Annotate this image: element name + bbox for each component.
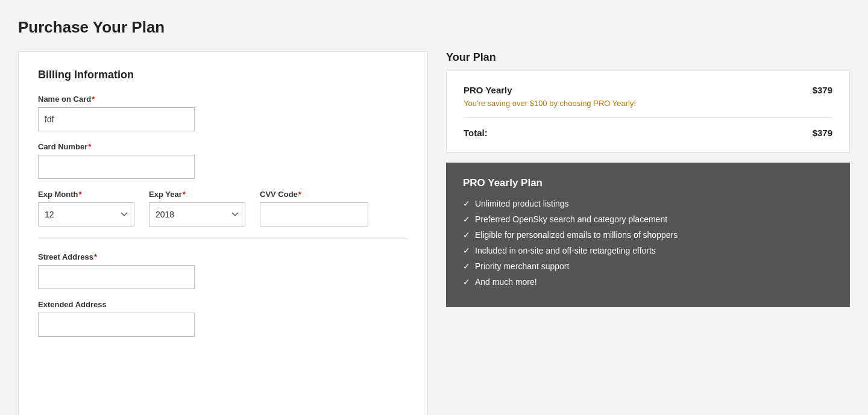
exp-year-label: Exp Year* [149,190,245,199]
street-address-input[interactable] [38,265,195,289]
feature-item: ✓Eligible for personalized emails to mil… [463,230,833,240]
plan-name: PRO Yearly [464,85,512,95]
total-price: $379 [813,128,832,138]
billing-divider [38,239,408,239]
exp-year-select[interactable]: 2018 2019 2020 2021 2022 2023 2024 2025 [149,202,245,226]
extended-address-group: Extended Address [38,300,408,337]
cvv-input[interactable] [260,202,368,226]
name-on-card-group: Name on Card* [38,95,408,131]
your-plan-section: Your Plan PRO Yearly $379 You're saving … [446,51,850,153]
main-layout: Billing Information Name on Card* Card N… [18,51,850,415]
billing-section-title: Billing Information [38,69,408,81]
checkmark-icon: ✓ [463,277,470,287]
checkmark-icon: ✓ [463,230,470,240]
feature-item: ✓Included in on-site and off-site retarg… [463,246,833,255]
checkmark-icon: ✓ [463,214,470,224]
extended-address-label: Extended Address [38,300,408,309]
your-plan-title: Your Plan [446,51,850,64]
page-title: Purchase Your Plan [18,18,850,37]
billing-panel: Billing Information Name on Card* Card N… [18,51,428,415]
name-on-card-label: Name on Card* [38,95,408,104]
card-number-input[interactable] [38,155,195,179]
plan-name-row: PRO Yearly $379 [464,85,832,95]
name-on-card-input[interactable] [38,107,195,131]
exp-year-group: Exp Year* 2018 2019 2020 2021 2022 2023 … [149,190,245,226]
extended-address-input[interactable] [38,313,195,337]
street-address-group: Street Address* [38,252,408,289]
card-number-label: Card Number* [38,142,408,151]
feature-item: ✓Priority merchant support [463,261,833,271]
card-number-group: Card Number* [38,142,408,179]
exp-month-group: Exp Month* 1 2 3 4 5 6 7 8 9 10 11 [38,190,134,226]
features-list: ✓Unlimited product listings✓Preferred Op… [463,199,833,287]
plan-price: $379 [813,85,832,95]
feature-item: ✓Unlimited product listings [463,199,833,208]
feature-item: ✓And much more! [463,277,833,287]
total-label: Total: [464,128,488,138]
exp-cvv-row: Exp Month* 1 2 3 4 5 6 7 8 9 10 11 [38,190,408,226]
plan-savings: You're saving over $100 by choosing PRO … [464,99,832,108]
checkmark-icon: ✓ [463,246,470,255]
cvv-group: CVV Code* [260,190,368,226]
checkmark-icon: ✓ [463,199,470,208]
feature-item: ✓Preferred OpenSky search and category p… [463,214,833,224]
street-address-label: Street Address* [38,252,408,261]
exp-month-select[interactable]: 1 2 3 4 5 6 7 8 9 10 11 12 [38,202,134,226]
checkmark-icon: ✓ [463,261,470,271]
plan-divider [464,117,832,118]
plan-box: PRO Yearly $379 You're saving over $100 … [446,70,850,153]
features-box: PRO Yearly Plan ✓Unlimited product listi… [446,163,850,307]
total-row: Total: $379 [464,128,832,138]
exp-month-label: Exp Month* [38,190,134,199]
right-panel: Your Plan PRO Yearly $379 You're saving … [446,51,850,307]
cvv-label: CVV Code* [260,190,368,199]
features-title: PRO Yearly Plan [463,177,833,189]
